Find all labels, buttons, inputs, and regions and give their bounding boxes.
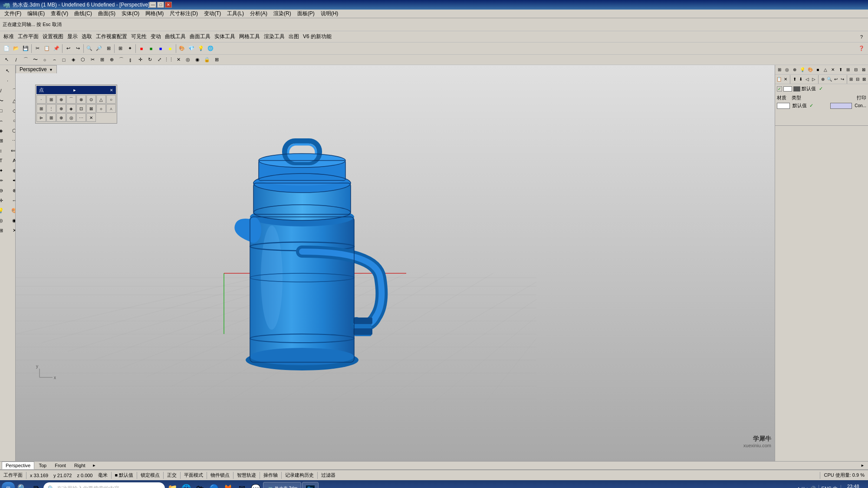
- split-tool[interactable]: ⊞: [97, 55, 107, 65]
- maximize-button[interactable]: □: [157, 2, 164, 8]
- select-tool[interactable]: ↖: [2, 55, 11, 65]
- menu-item-d[interactable]: 尺寸标注(D): [167, 10, 201, 18]
- tray-icons[interactable]: ∧ □ ♪ 🔊: [797, 486, 815, 488]
- status-filter[interactable]: 过滤器: [319, 472, 337, 478]
- lt-layer2[interactable]: ◉: [8, 216, 16, 225]
- fp-btn-10[interactable]: ⋮: [46, 104, 56, 113]
- status-flat[interactable]: 平面模式: [182, 472, 205, 478]
- viewport-dropdown-icon[interactable]: ▼: [49, 68, 53, 72]
- line-tool[interactable]: /: [11, 55, 21, 65]
- lt-edit2[interactable]: ✒: [8, 176, 16, 185]
- edge-icon[interactable]: 🌐: [180, 482, 193, 488]
- toolbar-tab-[interactable]: 显示: [66, 33, 79, 40]
- viewport-area[interactable]: Perspective ▼: [16, 65, 775, 461]
- fp-btn-8[interactable]: ○: [106, 95, 116, 104]
- viewport-tab[interactable]: Perspective ▼: [16, 65, 57, 73]
- fp-btn-13[interactable]: ⊡: [76, 104, 86, 113]
- zoom-out-button[interactable]: 🔎: [94, 44, 104, 53]
- fp-btn-20[interactable]: ◎: [66, 113, 76, 122]
- toolbar-tab-[interactable]: 选取: [80, 33, 94, 40]
- fp-btn-7[interactable]: △: [96, 95, 106, 104]
- lt-rect1[interactable]: □: [0, 106, 7, 115]
- toolbar-tab-[interactable]: 工作平面: [16, 33, 40, 40]
- color4-button[interactable]: ■: [165, 44, 175, 53]
- fp-btn-15[interactable]: ⟐: [96, 104, 106, 113]
- fp-btn-22[interactable]: ✕: [86, 113, 96, 122]
- zoom-in-button[interactable]: 🔍: [85, 44, 94, 53]
- new-button[interactable]: 📄: [2, 44, 11, 53]
- toolbar-tab-[interactable]: 变动: [149, 33, 163, 40]
- lt-point[interactable]: ·: [1, 76, 14, 85]
- fp-btn-19[interactable]: ⊕: [56, 113, 66, 122]
- menu-item-t[interactable]: 变动(T): [201, 10, 224, 18]
- rp-tb-6[interactable]: ■: [814, 66, 822, 74]
- taskbar-lang[interactable]: ENG 中: [822, 485, 838, 488]
- lt-poly2[interactable]: △: [8, 96, 16, 105]
- viewport-3d[interactable]: x y 点 ► ✕ · ⊞ ⊕ ⌒ ⊗ ⊙ △: [16, 65, 775, 461]
- lt-line1[interactable]: /: [0, 86, 7, 95]
- lt-snap1[interactable]: ✦: [0, 166, 7, 175]
- firefox-icon[interactable]: 🦊: [221, 482, 234, 488]
- extrude-tool[interactable]: ⬡: [78, 55, 88, 65]
- rp-view1[interactable]: ⊞: [848, 75, 854, 83]
- rp-tb2-8[interactable]: ↪: [839, 75, 845, 83]
- menu-item-v[interactable]: 查看(V): [48, 10, 71, 18]
- show-tool[interactable]: ◉: [193, 55, 202, 65]
- fp-btn-16[interactable]: ⟑: [106, 104, 116, 113]
- menu-item-s[interactable]: 曲面(S): [95, 10, 118, 18]
- rp-layout-btn[interactable]: ⊠: [860, 66, 867, 74]
- rp-tb2-6[interactable]: 🔍: [826, 75, 832, 83]
- help-button[interactable]: ❓: [857, 44, 866, 53]
- rp-tb-10[interactable]: ⊞: [845, 66, 852, 74]
- rotate-tool[interactable]: ↻: [145, 55, 155, 65]
- lt-dim1[interactable]: ↕: [0, 146, 7, 155]
- lt-mesh1[interactable]: ⊞: [0, 136, 7, 145]
- fp-btn-5[interactable]: ⊗: [76, 95, 86, 104]
- material-button[interactable]: 💎: [187, 44, 196, 53]
- rp-tb2-down[interactable]: ⬇: [798, 75, 804, 83]
- cut-button[interactable]: ✂: [33, 44, 42, 53]
- wechat-icon[interactable]: 💬: [249, 482, 262, 488]
- vp-tab-perspective[interactable]: Perspective: [2, 462, 34, 469]
- rp-tb-7[interactable]: △: [822, 66, 829, 74]
- lt-mesh2[interactable]: ⋯: [8, 136, 16, 145]
- rp-tb-9[interactable]: ⬆: [837, 66, 845, 74]
- rp-tb-3[interactable]: ⊕: [791, 66, 799, 74]
- misc-tool[interactable]: ⊞: [212, 55, 221, 65]
- menu-item-e[interactable]: 编辑(E): [25, 10, 47, 18]
- rp-tb2-up[interactable]: ⬆: [792, 75, 798, 83]
- status-snap[interactable]: 锁定模点: [139, 472, 161, 478]
- taskbar-clock[interactable]: 23:48 2021/3/20: [844, 484, 863, 488]
- lt-bool1[interactable]: ⊖: [0, 186, 7, 195]
- fp-btn-12[interactable]: ◈: [66, 104, 76, 113]
- toolbar-tab-[interactable]: 实体工具: [213, 33, 237, 40]
- fp-btn-1[interactable]: ·: [36, 95, 46, 104]
- toolbar-tab-[interactable]: 工作视窗配置: [94, 33, 129, 40]
- scale-tool[interactable]: ⤢: [155, 55, 164, 65]
- menu-item-c[interactable]: 曲线(C): [72, 10, 95, 18]
- mail-icon[interactable]: ✉: [235, 482, 248, 488]
- rp-view3[interactable]: ⊠: [861, 75, 867, 83]
- copy-button[interactable]: 📋: [42, 44, 52, 53]
- photoshop-taskbar-app[interactable]: Ps: [302, 482, 318, 488]
- lt-rect2[interactable]: ◇: [8, 106, 16, 115]
- search-taskbar-button[interactable]: 🔍: [16, 482, 29, 488]
- status-smart[interactable]: 智慧轨迹: [235, 472, 258, 478]
- light-button[interactable]: 💡: [196, 44, 206, 53]
- menu-item-m[interactable]: 网格(M): [143, 10, 166, 18]
- fp-btn-18[interactable]: ⊞: [46, 113, 56, 122]
- fp-btn-2[interactable]: ⊞: [46, 95, 56, 104]
- rect-tool[interactable]: □: [59, 55, 69, 65]
- lt-snap2[interactable]: ⊕: [8, 166, 16, 175]
- fillet-tool[interactable]: ⌒: [116, 55, 126, 65]
- rhino-taskbar-app[interactable]: 🦏 热水壶.3dm: [263, 482, 301, 488]
- rp-tb2-1[interactable]: 📋: [776, 75, 782, 83]
- rp-tb2-2[interactable]: ✕: [783, 75, 789, 83]
- grid-button[interactable]: ⊞: [115, 44, 125, 53]
- lt-edit1[interactable]: ✏: [0, 176, 7, 185]
- lt-text2[interactable]: A: [8, 156, 16, 165]
- search-bar[interactable]: 🔍 在这里输入你要搜索的内容: [43, 482, 165, 488]
- start-button[interactable]: ⊞: [2, 482, 15, 488]
- rp-tb-5[interactable]: 🎨: [806, 66, 814, 74]
- lt-surf1[interactable]: ◈: [0, 126, 7, 135]
